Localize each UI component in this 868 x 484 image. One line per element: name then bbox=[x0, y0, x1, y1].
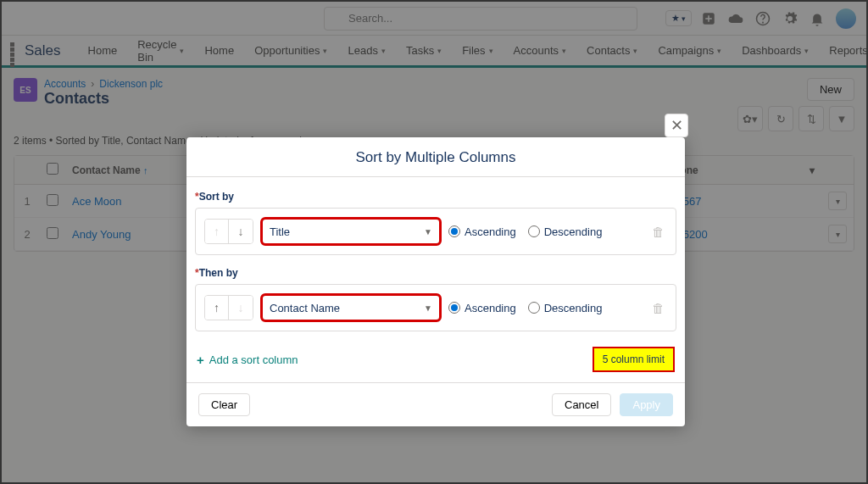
move-down-button: ↓ bbox=[229, 296, 253, 320]
reorder-controls: ↑ ↓ bbox=[204, 219, 253, 244]
apply-button[interactable]: Apply bbox=[620, 393, 673, 416]
sort-row-2: ↑ ↓ Contact Name▼ Ascending Descending 🗑 bbox=[195, 284, 676, 331]
delete-sort-icon[interactable]: 🗑 bbox=[648, 225, 667, 239]
descending-radio-1[interactable]: Descending bbox=[528, 225, 603, 238]
move-up-button: ↑ bbox=[205, 220, 229, 243]
move-down-button[interactable]: ↓ bbox=[229, 220, 253, 243]
move-up-button[interactable]: ↑ bbox=[205, 296, 229, 320]
descending-radio-2[interactable]: Descending bbox=[528, 302, 603, 314]
column-limit-label: 5 column limit bbox=[593, 347, 675, 372]
close-icon[interactable]: ✕ bbox=[665, 114, 688, 137]
sort-row-1: ↑ ↓ Title▼ Ascending Descending 🗑 bbox=[195, 208, 676, 255]
clear-button[interactable]: Clear bbox=[198, 393, 250, 416]
sort-modal: ✕ Sort by Multiple Columns *Sort by ↑ ↓ … bbox=[186, 137, 685, 426]
delete-sort-icon[interactable]: 🗑 bbox=[648, 301, 667, 315]
modal-title: Sort by Multiple Columns bbox=[186, 137, 685, 177]
cancel-button[interactable]: Cancel bbox=[552, 393, 611, 416]
sort-field-combo-1[interactable]: Title▼ bbox=[262, 219, 440, 244]
reorder-controls: ↑ ↓ bbox=[204, 295, 253, 320]
add-sort-column-link[interactable]: +Add a sort column bbox=[197, 353, 298, 367]
ascending-radio-1[interactable]: Ascending bbox=[448, 225, 516, 238]
ascending-radio-2[interactable]: Ascending bbox=[448, 302, 516, 314]
sort-field-combo-2[interactable]: Contact Name▼ bbox=[262, 295, 440, 320]
